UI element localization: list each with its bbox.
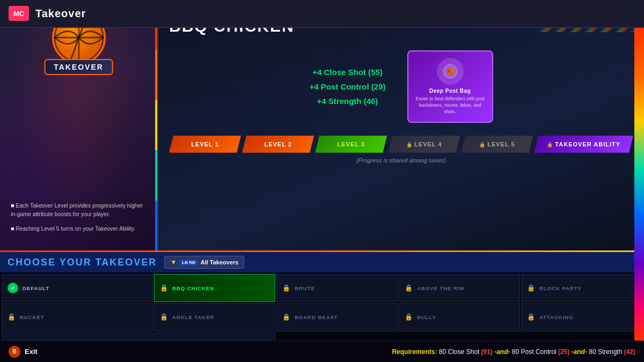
filter-icon: ▼ (170, 258, 177, 266)
takeover-bully[interactable]: 🔒 BULLY (399, 303, 520, 331)
takeover-above-the-rim[interactable]: 🔒 ABOVE THE RIM (399, 274, 520, 302)
level-4-btn[interactable]: 🔒LEVEL 4 (388, 136, 460, 153)
lock-icon-bully: 🔒 (405, 313, 413, 321)
takeover-at-label: ANKLE TAKER (172, 314, 214, 320)
lock-icon-5: 🔒 (479, 142, 486, 147)
choose-title: CHOOSE YOUR TAKEOVER (8, 257, 157, 268)
bottom-bar: B Exit Requirements: 80 Close Shot (91) … (0, 341, 644, 362)
requirements: Requirements: 80 Close Shot (91) -and- 8… (392, 348, 635, 356)
takeover-brute-label: BRUTE (295, 285, 315, 291)
svg-text:🏀: 🏀 (445, 67, 455, 76)
takeover-attacking[interactable]: 🔒 ATTACKING (521, 303, 642, 331)
top-content: TAKEOVER Each Takeover Level provides pr… (0, 0, 644, 250)
req-and-2: -and- (572, 348, 589, 356)
takeover-ankle-taker[interactable]: 🔒 ANKLE TAKER (154, 303, 275, 331)
filter-badge: LB RB (180, 260, 197, 265)
exit-label: Exit (25, 348, 38, 356)
stats-text: +4 Close Shot (55) +4 Post Control (29) … (309, 65, 385, 108)
level-2-btn[interactable]: LEVEL 2 (242, 136, 314, 153)
ability-card: 🏀 Deep Post Bag Easier to beat defenders… (407, 50, 493, 123)
lock-icon-atr: 🔒 (405, 284, 413, 292)
takeover-default[interactable]: ✓ DEFAULT (2, 274, 153, 302)
right-color-bar (634, 28, 644, 341)
req-val-2: (25) (558, 348, 569, 356)
takeover-brute[interactable]: 🔒 BRUTE (276, 274, 398, 302)
takeover-bp-label: BLOCK PARTY (539, 285, 582, 291)
content-wrapper: TAKEOVER Each Takeover Level provides pr… (0, 0, 644, 362)
takeover-bb-label: BOARD BEAST (295, 314, 338, 320)
takeover-ability-btn[interactable]: 🔒TAKEOVER ABILITY (534, 136, 633, 153)
stat-line-1: +4 Close Shot (55) (309, 65, 385, 79)
header-logo: MC (9, 6, 29, 21)
takeover-bucket[interactable]: 🔒 BUCKET (2, 303, 153, 331)
level-5-btn[interactable]: 🔒LEVEL 5 (461, 136, 533, 153)
lock-icon-bp: 🔒 (527, 284, 535, 292)
takeover-attacking-label: ATTACKING (539, 314, 574, 320)
lock-icon-bb: 🔒 (282, 313, 290, 321)
takeover-atr-label: ABOVE THE RIM (417, 285, 464, 291)
header-title: Takeover (35, 8, 86, 20)
lock-icon-at: 🔒 (160, 313, 168, 321)
takeover-board-beast[interactable]: 🔒 BOARD BEAST (276, 303, 398, 331)
filter-button[interactable]: ▼ LB RB All Takeovers (164, 256, 244, 269)
progress-note: (Progress is shared among saves) (158, 153, 644, 168)
req-val-3: (42) (624, 348, 635, 356)
default-checkmark: ✓ (8, 283, 18, 293)
page-root: MC Takeover (0, 0, 644, 362)
takeover-default-label: DEFAULT (23, 285, 49, 291)
lock-icon-4: 🔒 (406, 142, 413, 147)
lock-icon-brute: 🔒 (282, 284, 290, 292)
req-stat-3: 80 Strength (589, 348, 624, 356)
takeover-badge-text: TAKEOVER (54, 63, 104, 71)
req-stat-1: 80 Close Shot (439, 348, 481, 356)
ability-desc: Easier to beat defenders with post backd… (415, 96, 486, 115)
req-stat-2: 80 Post Control (512, 348, 558, 356)
takeover-bbq-label: BBQ CHICKEN (172, 285, 214, 291)
lock-icon-ability: 🔒 (547, 142, 553, 147)
exit-button[interactable]: B Exit (9, 346, 38, 358)
lock-icon-bucket: 🔒 (8, 313, 16, 321)
exit-circle: B (9, 346, 20, 358)
level-3-btn[interactable]: LEVEL 3 (315, 136, 387, 153)
takeover-bully-label: BULLY (417, 314, 436, 320)
info-bullet-1: Each Takeover Level provides progressive… (11, 202, 147, 219)
takeover-bucket-label: BUCKET (20, 314, 45, 320)
stat-line-3: +4 Strength (46) (309, 94, 385, 108)
stat-line-2: +4 Post Control (29) (309, 79, 385, 94)
ability-name: Deep Post Bag (429, 88, 471, 94)
info-bullet-2: Reaching Level 5 turns on your Takeover … (11, 225, 147, 233)
ability-icon: 🏀 (437, 58, 464, 85)
choose-header-row: CHOOSE YOUR TAKEOVER ▼ LB RB All Takeove… (0, 252, 644, 272)
stats-area: +4 Close Shot (55) +4 Post Control (29) … (158, 40, 644, 134)
header: MC Takeover (0, 0, 644, 28)
lock-icon-attacking: 🔒 (527, 313, 535, 321)
takeover-badge: TAKEOVER (44, 59, 113, 75)
takeover-block-party[interactable]: 🔒 BLOCK PARTY (521, 274, 642, 302)
left-panel: TAKEOVER Each Takeover Level provides pr… (0, 0, 158, 250)
filter-label: All Takeovers (201, 259, 239, 265)
takeover-bbq-chicken[interactable]: 🔒 BBQ CHICKEN (154, 274, 275, 302)
level-1-btn[interactable]: LEVEL 1 (169, 136, 241, 153)
levels-row: LEVEL 1 LEVEL 2 LEVEL 3 🔒LEVEL 4 🔒LEVEL … (158, 136, 644, 153)
detail-panel: TAKEOVER DETAILS BBQ CHICKEN +4 Close Sh… (158, 0, 644, 250)
lock-icon-bbq: 🔒 (160, 284, 168, 292)
req-and-1: -and- (494, 348, 512, 356)
req-val-1: (91) (481, 348, 493, 356)
accent-lines (155, 0, 157, 250)
left-panel-info: Each Takeover Level provides progressive… (11, 202, 147, 240)
req-label: Requirements: (392, 348, 438, 356)
